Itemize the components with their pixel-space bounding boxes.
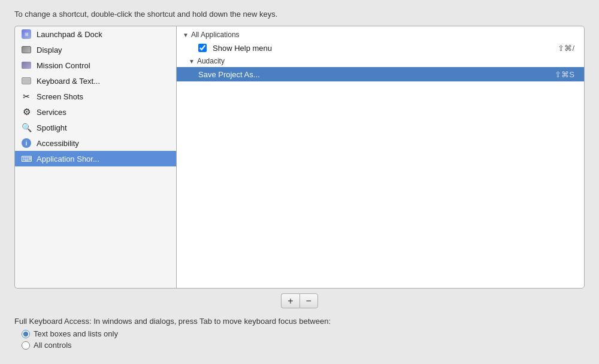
info-icon: i: [21, 138, 32, 148]
keyboard-access-title: Full Keyboard Access: In windows and dia…: [14, 317, 585, 326]
sidebar-label-mission: Mission Control: [37, 61, 90, 70]
save-project-label: Save Project As...: [198, 70, 555, 79]
audacity-header[interactable]: ▼ Audacity: [177, 55, 584, 67]
audacity-arrow: ▼: [189, 58, 195, 65]
keyboard-icon: [21, 75, 32, 86]
show-help-checkbox[interactable]: [198, 44, 207, 52]
main-container: To change a shortcut, double-click the s…: [0, 0, 599, 364]
sidebar-label-spotlight: Spotlight: [37, 123, 67, 132]
sidebar-item-mission[interactable]: Mission Control: [15, 57, 176, 73]
sidebar-label-services: Services: [37, 108, 66, 117]
screenshot-icon: ✂: [21, 91, 32, 102]
remove-button[interactable]: −: [300, 293, 318, 308]
sidebar-label-display: Display: [37, 46, 62, 54]
sidebar-label-accessibility: Accessibility: [37, 139, 79, 148]
add-button[interactable]: +: [281, 293, 299, 308]
sidebar-label-screenshots: Screen Shots: [37, 92, 83, 101]
launchpad-icon: ⊞: [21, 29, 32, 40]
radio-all-controls[interactable]: All controls: [22, 341, 585, 350]
radio-all-controls-label: All controls: [34, 341, 72, 350]
audacity-label: Audacity: [197, 57, 225, 65]
appshortcut-icon: ⌨: [21, 153, 32, 164]
sidebar-label-launchpad: Launchpad & Dock: [37, 30, 102, 39]
show-help-item[interactable]: Show Help menu ⇧⌘/: [177, 41, 584, 55]
sidebar-item-spotlight[interactable]: 🔍 Spotlight: [15, 120, 176, 135]
mission-icon: [21, 60, 32, 71]
spotlight-icon: 🔍: [21, 122, 32, 133]
sidebar-panel: ⊞ Launchpad & Dock Display Mission Contr…: [14, 26, 176, 289]
all-applications-header[interactable]: ▼ All Applications: [177, 29, 584, 41]
content-area: ⊞ Launchpad & Dock Display Mission Contr…: [14, 26, 585, 289]
tree-panel: ▼ All Applications Show Help menu ⇧⌘/ ▼ …: [176, 26, 585, 289]
sidebar-item-accessibility[interactable]: i Accessibility: [15, 135, 176, 151]
sidebar-item-keyboard[interactable]: Keyboard & Text...: [15, 73, 176, 89]
sidebar-item-launchpad[interactable]: ⊞ Launchpad & Dock: [15, 26, 176, 42]
buttons-row: + −: [14, 293, 585, 308]
keyboard-access-section: Full Keyboard Access: In windows and dia…: [14, 317, 585, 352]
radio-all-controls-input[interactable]: [22, 341, 30, 350]
save-project-item[interactable]: Save Project As... ⇧⌘S: [177, 67, 584, 81]
all-applications-label: All Applications: [191, 31, 240, 39]
sidebar-item-display[interactable]: Display: [15, 42, 176, 57]
radio-text-boxes-input[interactable]: [22, 330, 30, 338]
radio-text-boxes[interactable]: Text boxes and lists only: [22, 329, 585, 338]
instruction-text: To change a shortcut, double-click the s…: [14, 10, 585, 19]
sidebar-item-screenshots[interactable]: ✂ Screen Shots: [15, 89, 176, 104]
show-help-label: Show Help menu: [213, 44, 558, 53]
sidebar-item-services[interactable]: ⚙ Services: [15, 104, 176, 120]
show-help-shortcut: ⇧⌘/: [558, 44, 574, 53]
radio-text-boxes-label: Text boxes and lists only: [34, 329, 118, 338]
sidebar-label-keyboard: Keyboard & Text...: [37, 77, 100, 86]
gear-icon: ⚙: [21, 107, 32, 117]
sidebar-label-app-shortcuts: Application Shor...: [37, 154, 99, 163]
save-project-shortcut: ⇧⌘S: [555, 70, 574, 79]
all-applications-arrow: ▼: [183, 32, 189, 38]
sidebar-item-app-shortcuts[interactable]: ⌨ Application Shor...: [15, 151, 176, 166]
display-icon: [21, 44, 32, 55]
